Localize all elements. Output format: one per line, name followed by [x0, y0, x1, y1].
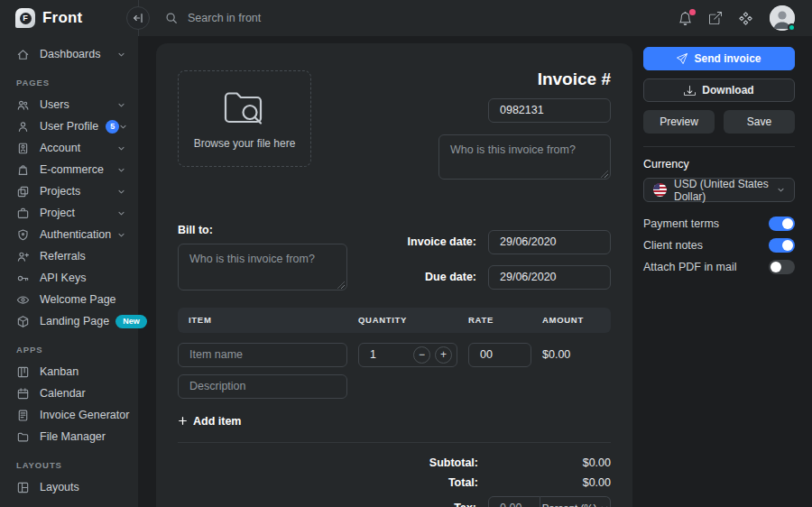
invoice-icon [16, 409, 30, 422]
send-invoice-button[interactable]: Send invoice [643, 47, 795, 70]
user-plus-icon [16, 250, 30, 263]
sidebar-section-layouts: LAYOUTS [0, 460, 138, 470]
notification-dot [689, 9, 696, 15]
box-icon [16, 315, 30, 328]
col-quantity: QUANTITY [358, 315, 457, 325]
invoice-date-label: Invoice date: [408, 235, 476, 248]
open-external-button[interactable] [709, 12, 722, 24]
sidebar-item-layouts[interactable]: Layouts [0, 476, 138, 498]
sidebar-item-authentication[interactable]: Authentication [0, 224, 138, 245]
user-profile-count-badge: 5 [106, 120, 119, 134]
bill-to-textarea[interactable] [178, 244, 347, 290]
quantity-value: 1 [370, 348, 413, 361]
plus-icon: + [440, 349, 447, 360]
rate-input[interactable] [468, 343, 531, 367]
topbar-actions [678, 5, 795, 31]
summary-divider [178, 442, 611, 443]
brand-name: Front [42, 9, 82, 27]
send-icon [677, 53, 687, 64]
users-icon [16, 98, 30, 112]
quantity-decrease-button[interactable]: − [413, 346, 430, 364]
upload-label: Browse your file here [194, 137, 296, 150]
client-notes-toggle[interactable] [769, 238, 795, 253]
user-icon [16, 120, 30, 134]
shield-icon [16, 228, 30, 242]
invoice-card: Browse your file here Invoice # Bill to: [156, 43, 632, 507]
subtotal-value: $0.00 [478, 456, 611, 469]
preview-button[interactable]: Preview [643, 110, 715, 134]
file-upload-dropzone[interactable]: Browse your file here [178, 70, 311, 167]
apps-menu-button[interactable] [739, 12, 752, 25]
item-description-input[interactable] [178, 374, 347, 399]
notifications-button[interactable] [678, 12, 692, 25]
sidebar-section-pages: PAGES [0, 78, 138, 88]
online-status-dot [788, 23, 796, 32]
sidebar-item-users[interactable]: Users [0, 94, 138, 115]
download-button[interactable]: Download [643, 78, 795, 102]
tax-value-input[interactable] [488, 496, 540, 507]
topbar: F Front Search in front [0, 0, 812, 36]
arrow-bar-left-icon [132, 12, 144, 24]
attach-pdf-toggle[interactable] [769, 260, 795, 274]
amount-value: $0.00 [542, 348, 611, 361]
home-icon [16, 48, 30, 61]
attach-pdf-label: Attach PDF in mail [643, 261, 737, 273]
plus-icon [178, 416, 188, 426]
chevron-down-icon [117, 51, 125, 59]
sidebar-item-dashboards[interactable]: Dashboards [0, 43, 138, 65]
sidebar-item-file-manager[interactable]: File Manager [0, 426, 138, 447]
sidebar-item-landing-page[interactable]: Landing Page New [0, 310, 138, 332]
layout-icon [16, 481, 30, 494]
sidebar-item-referrals[interactable]: Referrals [0, 245, 138, 267]
item-name-input[interactable] [178, 343, 347, 367]
total-value: $0.00 [478, 476, 611, 489]
invoice-title: Invoice # [538, 70, 611, 89]
attach-pdf-row: Attach PDF in mail [643, 260, 795, 274]
shopping-bag-icon [16, 163, 30, 177]
sidebar-item-account[interactable]: Account [0, 137, 138, 159]
sidebar-item-ecommerce[interactable]: E-commerce [0, 159, 138, 180]
minus-icon: − [419, 349, 425, 360]
folder-search-icon [217, 88, 272, 128]
search-input[interactable]: Search in front [165, 12, 400, 24]
invoice-number-input[interactable] [488, 98, 611, 123]
quantity-increase-button[interactable]: + [435, 346, 452, 364]
chevron-down-icon [117, 144, 125, 152]
sidebar-item-api-keys[interactable]: API Keys [0, 267, 138, 289]
currency-select[interactable]: USD (United States Dollar) [643, 178, 795, 202]
sidebar-item-kanban[interactable]: Kanban [0, 361, 138, 383]
sidebar-item-invoice-generator[interactable]: Invoice Generator [0, 404, 138, 426]
logo-letter: F [20, 13, 32, 24]
invoice-summary: Subtotal: $0.00 Total: $0.00 Tax: Percen… [178, 456, 611, 507]
chevron-down-icon [777, 186, 785, 194]
payment-terms-row: Payment terms [643, 217, 795, 231]
currency-label: Currency [643, 158, 795, 171]
sidebar-collapse-button[interactable] [126, 6, 150, 30]
sidebar: Dashboards PAGES Users User Profile 5 Ac… [0, 36, 138, 507]
add-item-button[interactable]: Add item [178, 415, 241, 428]
tax-type-select[interactable]: Percent (%) [540, 496, 611, 507]
due-date-input[interactable] [488, 265, 611, 290]
search-icon [165, 12, 178, 24]
items-table-header: ITEM QUANTITY RATE AMOUNT [178, 308, 611, 333]
sidebar-item-project[interactable]: Project [0, 202, 138, 224]
brand[interactable]: F Front [0, 0, 138, 36]
client-notes-row: Client notes [643, 238, 795, 253]
save-button[interactable]: Save [724, 110, 795, 134]
chevron-down-icon [119, 123, 127, 131]
payment-terms-toggle[interactable] [769, 217, 795, 231]
user-avatar[interactable] [770, 5, 795, 31]
sidebar-item-calendar[interactable]: Calendar [0, 383, 138, 404]
invoice-date-input[interactable] [488, 230, 611, 254]
quantity-stepper[interactable]: 1 − + [358, 343, 457, 367]
main-content: Browse your file here Invoice # Bill to: [138, 36, 812, 507]
sidebar-item-projects[interactable]: Projects [0, 180, 138, 202]
download-icon [684, 85, 696, 97]
sidebar-item-user-profile[interactable]: User Profile 5 [0, 115, 138, 137]
chevron-down-icon [117, 209, 125, 217]
topbar-main: Search in front [138, 0, 812, 36]
sidebar-item-welcome-page[interactable]: Welcome Page [0, 289, 138, 310]
invoice-from-textarea[interactable] [438, 134, 611, 180]
chevron-down-icon [117, 231, 125, 239]
calendar-icon [16, 387, 30, 401]
